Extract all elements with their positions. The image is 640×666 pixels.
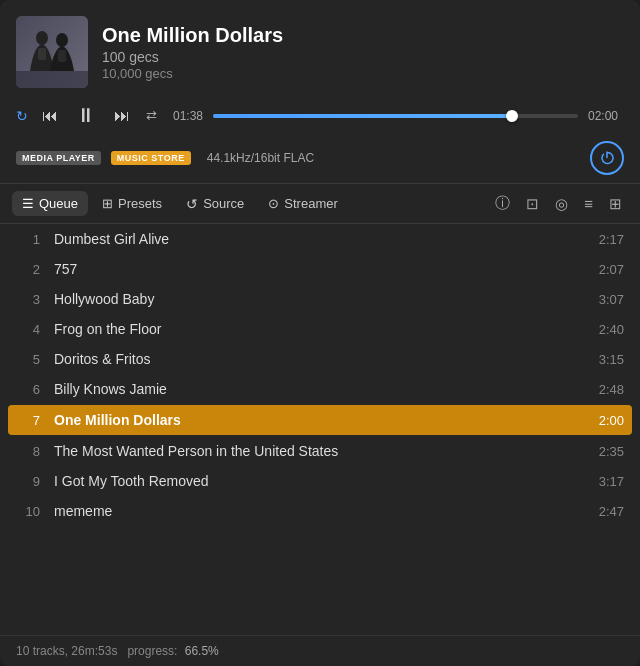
presets-icon: ⊞ (102, 196, 113, 211)
svg-point-4 (56, 33, 68, 47)
nav-right-controls: ⓘ ⊡ ◎ ≡ ⊞ (489, 190, 628, 217)
badge-media-player[interactable]: MEDIA PLAYER (16, 151, 101, 165)
track-number: 6 (16, 382, 40, 397)
track-name: Doritos & Fritos (54, 351, 588, 367)
track-artist: 100 gecs (102, 49, 624, 65)
svg-rect-6 (16, 71, 88, 88)
track-name: The Most Wanted Person in the United Sta… (54, 443, 588, 459)
footer-track-count: 10 tracks, 26m:53s (16, 644, 117, 658)
track-row[interactable]: 4Frog on the Floor2:40 (0, 314, 640, 344)
info-button[interactable]: ⓘ (489, 190, 516, 217)
track-name: Hollywood Baby (54, 291, 588, 307)
track-row[interactable]: 8The Most Wanted Person in the United St… (0, 436, 640, 466)
repeat-icon: ↻ (16, 108, 28, 124)
crop-button[interactable]: ⊡ (520, 191, 545, 217)
progress-fill (213, 114, 512, 118)
track-number: 9 (16, 474, 40, 489)
track-number: 1 (16, 232, 40, 247)
power-button[interactable] (590, 141, 624, 175)
tab-queue-label: Queue (39, 196, 78, 211)
time-total: 02:00 (588, 109, 624, 123)
tab-presets-label: Presets (118, 196, 162, 211)
time-elapsed: 01:38 (167, 109, 203, 123)
tab-source-label: Source (203, 196, 244, 211)
track-duration: 3:15 (588, 352, 624, 367)
track-album: 10,000 gecs (102, 66, 624, 81)
track-number: 8 (16, 444, 40, 459)
album-art (16, 16, 88, 88)
track-row[interactable]: 6Billy Knows Jamie2:48 (0, 374, 640, 404)
rewind-button[interactable]: ⏮ (38, 105, 62, 127)
grid-button[interactable]: ⊞ (603, 191, 628, 217)
track-duration: 2:47 (588, 504, 624, 519)
progress-bar[interactable] (213, 114, 578, 118)
tab-queue[interactable]: ☰ Queue (12, 191, 88, 216)
list-button[interactable]: ≡ (578, 191, 599, 216)
pause-button[interactable]: ⏸ (72, 102, 100, 129)
track-row[interactable]: 3Hollywood Baby3:07 (0, 284, 640, 314)
svg-point-2 (36, 31, 48, 45)
media-row: MEDIA PLAYER MUSIC STORE 44.1kHz/16bit F… (0, 137, 640, 183)
track-name: I Got My Tooth Removed (54, 473, 588, 489)
track-row[interactable]: 9I Got My Tooth Removed3:17 (0, 466, 640, 496)
track-row[interactable]: 5Doritos & Fritos3:15 (0, 344, 640, 374)
format-info: 44.1kHz/16bit FLAC (207, 151, 314, 165)
track-duration: 2:00 (588, 413, 624, 428)
track-number: 2 (16, 262, 40, 277)
source-icon: ↺ (186, 196, 198, 212)
track-name: 757 (54, 261, 588, 277)
track-number: 10 (16, 504, 40, 519)
fast-forward-button[interactable]: ⏭ (110, 105, 134, 127)
footer-progress-label: progress: 66.5% (127, 644, 218, 658)
shuffle-icon: ⇄ (146, 108, 157, 123)
track-duration: 2:40 (588, 322, 624, 337)
nav-tabs: ☰ Queue ⊞ Presets ↺ Source ⊙ Streamer ⓘ … (0, 184, 640, 223)
footer: 10 tracks, 26m:53s progress: 66.5% (0, 635, 640, 666)
progress-thumb (506, 110, 518, 122)
power-icon (600, 151, 614, 165)
track-name: Frog on the Floor (54, 321, 588, 337)
tab-streamer-label: Streamer (284, 196, 337, 211)
track-duration: 3:17 (588, 474, 624, 489)
track-duration: 2:35 (588, 444, 624, 459)
track-title: One Million Dollars (102, 23, 624, 47)
track-name: mememe (54, 503, 588, 519)
track-row[interactable]: 7One Million Dollars2:00 (8, 405, 632, 435)
tab-presets[interactable]: ⊞ Presets (92, 191, 172, 216)
app-container: One Million Dollars 100 gecs 10,000 gecs… (0, 0, 640, 666)
track-name: One Million Dollars (54, 412, 588, 428)
track-row[interactable]: 1Dumbest Girl Alive2:17 (0, 224, 640, 254)
streamer-icon: ⊙ (268, 196, 279, 211)
track-number: 3 (16, 292, 40, 307)
queue-icon: ☰ (22, 196, 34, 211)
svg-rect-3 (38, 48, 46, 60)
target-button[interactable]: ◎ (549, 191, 574, 217)
track-number: 7 (16, 413, 40, 428)
track-duration: 2:17 (588, 232, 624, 247)
track-name: Dumbest Girl Alive (54, 231, 588, 247)
track-duration: 3:07 (588, 292, 624, 307)
controls-row: ↻ ⏮ ⏸ ⏭ ⇄ 01:38 02:00 (0, 98, 640, 137)
svg-rect-5 (58, 50, 66, 62)
badge-music-store[interactable]: MUSIC STORE (111, 151, 191, 165)
track-row[interactable]: 10mememe2:47 (0, 496, 640, 526)
track-info: One Million Dollars 100 gecs 10,000 gecs (102, 23, 624, 81)
track-number: 5 (16, 352, 40, 367)
track-number: 4 (16, 322, 40, 337)
track-name: Billy Knows Jamie (54, 381, 588, 397)
track-list: 1Dumbest Girl Alive2:1727572:073Hollywoo… (0, 224, 640, 635)
tab-streamer[interactable]: ⊙ Streamer (258, 191, 347, 216)
track-duration: 2:07 (588, 262, 624, 277)
now-playing-section: One Million Dollars 100 gecs 10,000 gecs (0, 0, 640, 98)
tab-source[interactable]: ↺ Source (176, 191, 254, 217)
track-duration: 2:48 (588, 382, 624, 397)
track-row[interactable]: 27572:07 (0, 254, 640, 284)
